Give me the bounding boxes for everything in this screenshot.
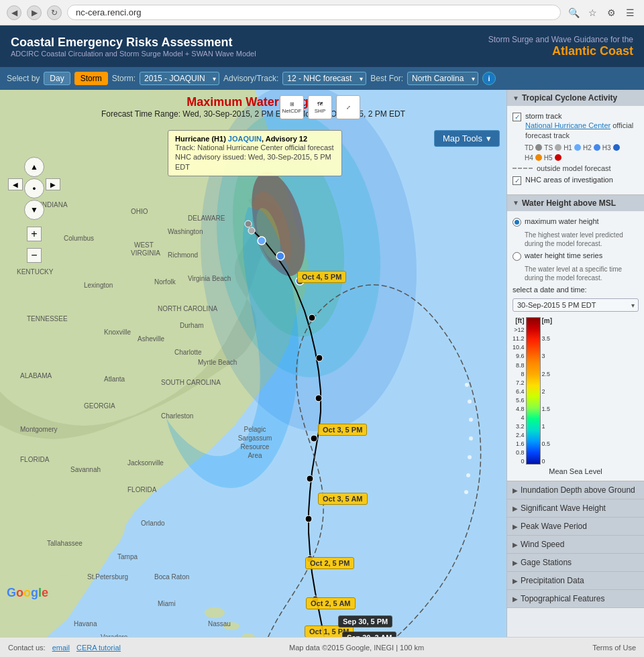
best-for-select[interactable]: North Carolina: [407, 72, 478, 85]
nhc-investigation-label: NHC areas of investigation: [525, 175, 613, 184]
dashed-line-icon: [513, 168, 533, 169]
tropical-cyclone-arrow: ▼: [513, 95, 519, 102]
intensity-row: TD TS H1 H2 H3: [525, 144, 639, 152]
pan-left-button[interactable]: ◀: [8, 178, 23, 190]
svg-point-27: [466, 473, 470, 477]
nhc-link: National Hurricane Center official forec…: [525, 121, 639, 140]
netcdf-button[interactable]: ⊞ NetCDF: [280, 95, 304, 119]
label-sep30-5pm: Sep 30, 5 PM: [338, 615, 392, 628]
dot-h4: [535, 154, 542, 161]
water-height-time-label: water height time series: [525, 251, 602, 260]
svg-point-26: [464, 490, 468, 494]
tropical-cyclone-title: Tropical Cyclone Activity: [522, 93, 617, 103]
svg-text:Charlotte: Charlotte: [174, 349, 202, 356]
email-link[interactable]: email: [52, 644, 70, 652]
wave-height-arrow: ▶: [513, 505, 518, 512]
svg-text:TENNESSEE: TENNESSEE: [27, 315, 68, 322]
svg-text:NORTH CAROLINA: NORTH CAROLINA: [158, 305, 218, 312]
gage-stations-header[interactable]: ▶ Gage Stations: [507, 554, 644, 571]
storm-track-checkbox[interactable]: [513, 113, 521, 121]
advisory-select[interactable]: 12 - NHC forecast: [282, 72, 366, 85]
inundation-header[interactable]: ▶ Inundation Depth above Ground: [507, 481, 644, 499]
map-tools-button[interactable]: Map Tools ▾: [434, 130, 500, 147]
address-bar[interactable]: nc-cera.renci.org: [67, 5, 561, 20]
svg-text:St.Petersburg: St.Petersburg: [87, 573, 128, 581]
bookmark-icon[interactable]: ☆: [585, 5, 600, 20]
intensity-h2: H2: [583, 144, 592, 152]
svg-point-2: [205, 607, 225, 618]
footer: Contact us: email CERA tutorial Map data…: [0, 637, 644, 657]
day-button[interactable]: Day: [44, 72, 70, 85]
map-container[interactable]: Maximum Water Height Forecast Time Range…: [0, 90, 506, 637]
tropical-cyclone-header[interactable]: ▼ Tropical Cyclone Activity: [507, 90, 644, 106]
info-button[interactable]: i: [482, 72, 496, 85]
svg-text:Asheville: Asheville: [138, 335, 164, 343]
peak-wave-header[interactable]: ▶ Peak Wave Period: [507, 518, 644, 535]
topo-features-header[interactable]: ▶ Topographical Features: [507, 590, 644, 607]
svg-text:Nassau: Nassau: [208, 620, 231, 628]
wave-height-section: ▶ Significant Wave Height: [507, 499, 644, 518]
zoom-out-button[interactable]: −: [27, 248, 42, 263]
legend-color-bar: [526, 317, 541, 465]
app-subtitle: ADCIRC Coastal Circulation and Storm Sur…: [11, 50, 256, 58]
dot-h1: [574, 144, 581, 151]
colorbar-icons: ⊞ NetCDF 🗺 SHP ⤢: [280, 95, 360, 119]
svg-text:Havana: Havana: [74, 620, 97, 628]
extensions-icon[interactable]: ⚙: [604, 5, 619, 20]
svg-text:KENTUCKY: KENTUCKY: [17, 268, 54, 276]
best-for-label: Best For:: [370, 74, 403, 83]
precip-data-arrow: ▶: [513, 577, 518, 585]
nhc-link-text[interactable]: National Hurricane Center: [525, 121, 610, 129]
back-button[interactable]: ◀: [7, 5, 21, 20]
search-icon[interactable]: 🔍: [566, 5, 581, 20]
svg-text:Area: Area: [248, 452, 262, 459]
pan-center-button[interactable]: ●: [24, 178, 44, 198]
storm-track-label: storm track: [525, 111, 639, 121]
expand-button[interactable]: ⤢: [336, 95, 360, 119]
storm-button[interactable]: Storm: [74, 72, 108, 85]
svg-text:Norfolk: Norfolk: [154, 278, 176, 286]
svg-text:Miami: Miami: [158, 600, 176, 607]
precip-data-header[interactable]: ▶ Precipitation Data: [507, 572, 644, 589]
label-oct4-5pm: Oct 4, 5 PM: [297, 271, 346, 283]
peak-wave-arrow: ▶: [513, 523, 518, 530]
gage-stations-arrow: ▶: [513, 559, 518, 566]
intensity-ts: TS: [544, 144, 553, 152]
nhc-investigation-checkbox[interactable]: [513, 176, 521, 185]
refresh-button[interactable]: ↻: [47, 5, 62, 20]
zoom-in-button[interactable]: +: [27, 227, 42, 241]
wind-speed-header[interactable]: ▶ Wind Speed: [507, 536, 644, 553]
right-panel: ▼ Tropical Cyclone Activity storm track …: [506, 90, 644, 637]
precip-data-section: ▶ Precipitation Data: [507, 572, 644, 590]
svg-text:Richmond: Richmond: [168, 251, 198, 259]
toolbar: Select by Day Storm Storm: 2015 - JOAQUI…: [0, 67, 644, 90]
nhc-investigation-row: NHC areas of investigation: [513, 175, 639, 185]
tutorial-link[interactable]: CERA tutorial: [76, 644, 121, 652]
forward-button[interactable]: ▶: [27, 5, 42, 20]
pan-right-button[interactable]: ▶: [46, 178, 60, 190]
water-height-title: Water Height above MSL: [522, 198, 616, 208]
pan-down-button[interactable]: ▼: [24, 200, 44, 220]
svg-point-18: [315, 395, 322, 402]
dot-h3: [613, 144, 620, 151]
hurricane-info-box: Hurricane (H1) JOAQUIN, Advisory 12 Trac…: [168, 130, 342, 176]
svg-text:Durham: Durham: [180, 322, 204, 329]
shp-button[interactable]: 🗺 SHP: [308, 95, 332, 119]
svg-point-32: [465, 383, 469, 387]
svg-text:VIRGINIA: VIRGINIA: [131, 249, 160, 257]
storm-select[interactable]: 2015 - JOAQUIN: [140, 72, 219, 85]
water-height-header[interactable]: ▼ Water Height above MSL: [507, 195, 644, 211]
date-select[interactable]: 30-Sep-2015 5 PM EDT: [513, 298, 639, 312]
advisory-label: Advisory/Track:: [223, 74, 278, 83]
wind-speed-arrow: ▶: [513, 541, 518, 548]
menu-icon[interactable]: ☰: [623, 5, 637, 20]
intensity-h3: H3: [602, 144, 611, 152]
water-height-time-radio[interactable]: [513, 252, 521, 261]
wave-height-header[interactable]: ▶ Significant Wave Height: [507, 499, 644, 517]
pan-up-button[interactable]: ▲: [24, 157, 44, 177]
max-water-height-row: maximum water height: [513, 217, 639, 227]
gage-stations-section: ▶ Gage Stations: [507, 554, 644, 572]
peak-wave-section: ▶ Peak Wave Period: [507, 518, 644, 536]
select-datetime-label: select a date and time:: [513, 285, 639, 294]
max-water-height-radio[interactable]: [513, 218, 521, 227]
